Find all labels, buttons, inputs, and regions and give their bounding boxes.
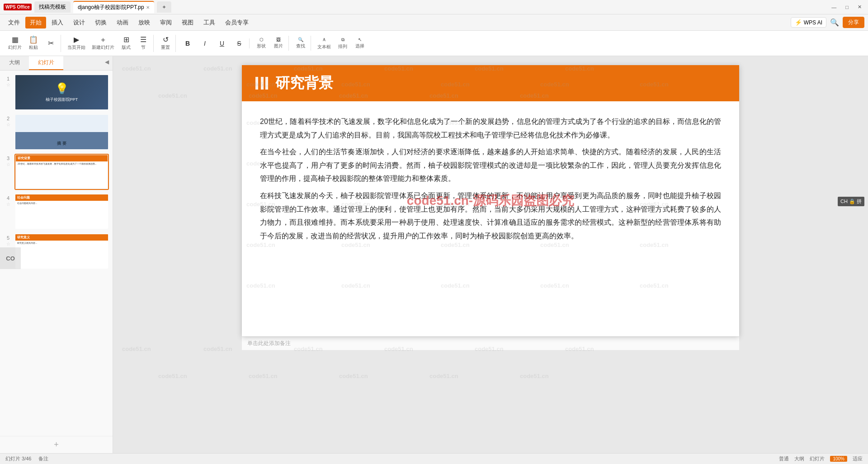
toolbar-reset-btn[interactable]: ↺ 重置: [157, 35, 174, 52]
notes-placeholder: 单击此处添加备注: [247, 340, 291, 346]
toolbar-strikethrough-btn[interactable]: S: [231, 38, 247, 48]
slide-4-header-text: 社会问题: [17, 195, 30, 200]
section-icon: ☰: [140, 36, 146, 43]
slide-3-thumbnail[interactable]: 研究背景 20世纪，随着科学技术的飞速发展，数字化和信息化成为了一个新的发展趋势…: [14, 154, 109, 190]
toolbar-textbox-btn[interactable]: Ａ 文本框: [315, 35, 334, 52]
tab-outline[interactable]: 大纲: [0, 56, 29, 70]
toolbar-paste-btn[interactable]: 📋 粘贴: [25, 35, 42, 52]
menu-design[interactable]: 设计: [69, 17, 90, 28]
slide-item-3[interactable]: 3 ☆ 研究背景 20世纪，随着科学技术的飞速发展，数字化和信息化成为了一个新的…: [4, 154, 109, 190]
tab-close-icon[interactable]: ✕: [146, 5, 150, 10]
notes-bar[interactable]: 单击此处添加备注: [242, 336, 739, 350]
watermark-b8: code51.cn: [249, 373, 278, 379]
watermark-b2: code51.cn: [203, 346, 232, 352]
menu-tools[interactable]: 工具: [199, 17, 220, 28]
strikethrough-icon: S: [237, 40, 241, 47]
find-label: 查找: [296, 43, 305, 49]
slide-3-body: 20世纪，随着科学技术的飞速发展，数字化和信息化成为了一个新的发展趋势...: [16, 161, 108, 166]
toolbar-play-btn[interactable]: ▶ 当页开始: [65, 35, 88, 52]
watermark-2: code51.cn: [203, 65, 232, 72]
slide-body[interactable]: 20世纪，随着科学技术的飞速发展，数字化和信息化成为了一个新的发展趋势，信息化的…: [242, 101, 739, 260]
zoom-badge[interactable]: 100%: [830, 456, 847, 462]
slide-title: 研究背景: [275, 73, 333, 93]
toolbar-underline-btn[interactable]: U: [214, 38, 230, 48]
toolbar-group-find: 🔍 查找: [291, 36, 311, 51]
slide-header: 研究背景: [242, 65, 739, 101]
close-button[interactable]: ✕: [855, 3, 864, 11]
slide-3-star[interactable]: ☆: [6, 162, 10, 167]
toolbar-new-slide-btn[interactable]: ＋ 新建幻灯片: [89, 35, 117, 52]
italic-icon: I: [204, 40, 206, 47]
view-normal[interactable]: 普通: [779, 455, 789, 462]
menu-view[interactable]: 视图: [177, 17, 198, 28]
share-button[interactable]: 分享: [843, 17, 864, 28]
watermark-b10: code51.cn: [429, 373, 458, 379]
notes-hint[interactable]: 备注: [38, 455, 48, 462]
slide-1-icon: 💡: [55, 82, 69, 95]
header-bar-1: [255, 77, 258, 90]
slide-canvas: 研究背景 20世纪，随着科学技术的飞速发展，数字化和信息化成为了一个新的发展趋势…: [242, 65, 739, 336]
toolbar-group-font: B I U S: [178, 38, 250, 48]
menu-file[interactable]: 文件: [4, 17, 24, 28]
menu-animation[interactable]: 动画: [112, 17, 133, 28]
toolbar-slides-btn[interactable]: ▦ 幻灯片: [5, 35, 24, 52]
slide-item-5[interactable]: 5 ☆ 研究意义 研究意义相关内容...: [4, 233, 109, 270]
toolbar-arrange-btn[interactable]: ⧉ 排列: [335, 36, 351, 51]
view-outline[interactable]: 大纲: [794, 455, 804, 462]
paste-label: 粘贴: [29, 44, 38, 51]
slide-item-1[interactable]: 1 ☆ 💡 柚子校园影院PPT: [4, 74, 109, 110]
toolbar-shape-btn[interactable]: ⬡ 形状: [253, 36, 269, 51]
slide-3-number: 3: [7, 156, 9, 161]
add-slide-button[interactable]: +: [0, 436, 113, 453]
slide-5-star[interactable]: ☆: [6, 241, 10, 246]
slide-4-star[interactable]: ☆: [6, 202, 10, 207]
slide-5-thumbnail[interactable]: 研究意义 研究意义相关内容...: [14, 233, 109, 270]
menu-insert[interactable]: 插入: [47, 17, 68, 28]
toolbar-select-btn[interactable]: ↖ 选择: [352, 36, 368, 51]
tab-slides[interactable]: 幻灯片: [29, 56, 63, 70]
search-icon[interactable]: 🔍: [830, 18, 839, 27]
slide-item-4[interactable]: 4 ☆ 社会问题 社会问题相关内容...: [4, 194, 109, 230]
menu-transition[interactable]: 切换: [90, 17, 111, 28]
toolbar-italic-btn[interactable]: I: [197, 38, 213, 48]
section-label: 节: [141, 44, 146, 51]
slide-4-thumbnail[interactable]: 社会问题 社会问题相关内容...: [14, 194, 109, 230]
slides-list: 1 ☆ 💡 柚子校园影院PPT 2 ☆ 摘 要: [0, 71, 113, 436]
tab-template[interactable]: 找稿壳模板: [34, 1, 71, 13]
menu-member[interactable]: 会员专享: [221, 17, 253, 28]
wps-ai-button[interactable]: ⚡ WPS AI: [791, 17, 826, 28]
view-slide[interactable]: 幻灯片: [810, 455, 825, 462]
underline-icon: U: [220, 40, 224, 47]
minimize-button[interactable]: —: [829, 4, 839, 11]
maximize-button[interactable]: □: [843, 4, 851, 11]
main-layout: 大纲 幻灯片 ◀ 1 ☆ 💡 柚子校园影院PPT: [0, 56, 868, 453]
sidebar-tabs: 大纲 幻灯片 ◀: [0, 56, 113, 71]
toolbar-image-btn[interactable]: 🖼 图片: [270, 36, 287, 51]
play-icon: ▶: [74, 36, 79, 43]
watermark-b1: code51.cn: [122, 346, 151, 352]
reset-label: 重置: [161, 44, 170, 51]
paste-icon: 📋: [29, 36, 38, 43]
menu-slideshow[interactable]: 放映: [134, 17, 155, 28]
toolbar-layout-btn[interactable]: ⊞ 版式: [118, 35, 134, 52]
toolbar-bold-btn[interactable]: B: [179, 38, 196, 48]
slide-1-thumbnail[interactable]: 💡 柚子校园影院PPT: [14, 74, 109, 110]
slide-1-star[interactable]: ☆: [6, 82, 10, 87]
sidebar-collapse-button[interactable]: ◀: [101, 56, 113, 70]
tab-add[interactable]: ＋: [157, 1, 171, 13]
select-icon: ↖: [358, 37, 362, 42]
shape-icon: ⬡: [259, 37, 264, 42]
toolbar-section-btn[interactable]: ☰ 节: [135, 35, 151, 52]
slide-item-2[interactable]: 2 ☆ 摘 要: [4, 114, 109, 150]
toolbar-cut-btn[interactable]: ✂: [42, 38, 59, 48]
slide-2-thumbnail[interactable]: 摘 要: [14, 114, 109, 150]
toolbar-find-btn[interactable]: 🔍 查找: [292, 36, 309, 51]
slide-2-star[interactable]: ☆: [6, 122, 10, 127]
menu-review[interactable]: 审阅: [156, 17, 176, 28]
fit-button[interactable]: 适应: [853, 455, 863, 462]
tab-file[interactable]: django柚子校园影院PPT.pp ✕: [73, 1, 154, 13]
menu-start[interactable]: 开始: [25, 17, 46, 28]
toolbar-group-text: Ａ 文本框 ⧉ 排列 ↖ 选择: [313, 35, 370, 52]
image-label: 图片: [274, 43, 283, 49]
title-bar-left: WPS Office 找稿壳模板 django柚子校园影院PPT.pp ✕ ＋: [4, 1, 825, 13]
